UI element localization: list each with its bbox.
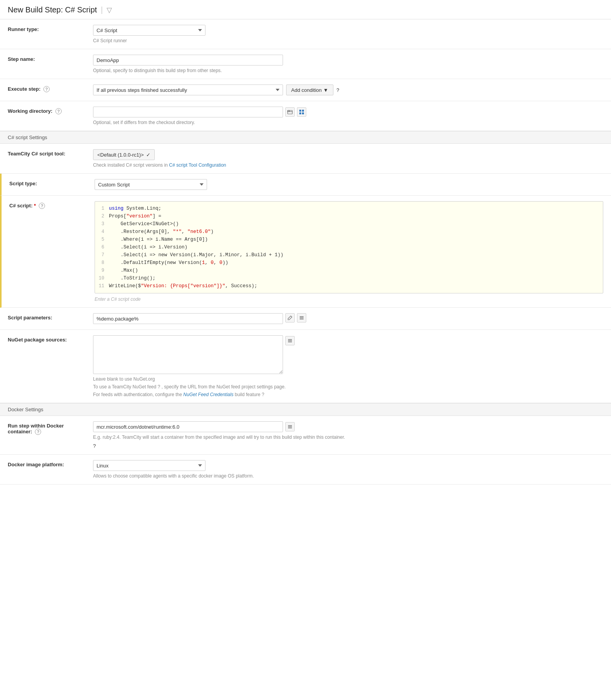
svg-rect-1 xyxy=(288,110,290,112)
runner-type-hint: C# Script runner xyxy=(93,38,603,43)
step-name-content: Optional, specify to distinguish this bu… xyxy=(93,55,603,73)
svg-rect-12 xyxy=(288,425,292,426)
working-dir-help-icon[interactable]: ? xyxy=(55,108,62,114)
docker-settings-header: Docker Settings xyxy=(0,403,611,416)
csharp-script-content: 1 using System.Linq; 2 Props["version"] … xyxy=(95,201,603,302)
svg-rect-4 xyxy=(299,112,301,114)
code-line-2: 2 Props["version"] = xyxy=(95,212,603,220)
execute-step-row: Execute step: ? If all previous steps fi… xyxy=(0,79,611,101)
runner-type-select[interactable]: C# Script xyxy=(93,25,205,36)
script-params-content xyxy=(93,313,603,324)
script-params-controls xyxy=(93,313,603,324)
docker-image-row: Run step within Dockercontainer: ? E.g. … xyxy=(0,416,611,455)
runner-type-label: Runner type: xyxy=(8,25,93,32)
docker-platform-row: Docker image platform: Linux Windows All… xyxy=(0,455,611,484)
form-body: Runner type: C# Script C# Script runner … xyxy=(0,19,611,484)
add-condition-label: Add condition xyxy=(291,87,322,93)
working-dir-content: Optional, set if differs from the checko… xyxy=(93,107,603,125)
docker-platform-content: Linux Windows Allows to choose compatibl… xyxy=(93,460,603,479)
working-dir-input[interactable] xyxy=(93,107,283,117)
nuget-feed-credentials-link[interactable]: NuGet Feed Credentials xyxy=(183,392,233,397)
nuget-hint1: Leave blank to use NuGet.org xyxy=(93,376,603,382)
svg-rect-11 xyxy=(288,342,292,343)
step-name-label: Step name: xyxy=(8,55,93,62)
code-line-10: 10 .ToString(); xyxy=(95,274,603,282)
step-name-row: Step name: Optional, specify to distingu… xyxy=(0,49,611,79)
runner-type-content: C# Script C# Script runner xyxy=(93,25,603,43)
nuget-hint3: For feeds with authentication, configure… xyxy=(93,392,603,397)
script-params-input[interactable] xyxy=(93,313,283,324)
docker-image-hint: E.g. ruby:2.4. TeamCity will start a con… xyxy=(93,434,603,440)
docker-platform-label: Docker image platform: xyxy=(8,460,93,467)
header-divider: | xyxy=(101,5,103,14)
nuget-feed-help-icon[interactable]: ? xyxy=(158,384,161,390)
svg-rect-8 xyxy=(300,319,304,320)
working-dir-row: Working directory: ? Optional, set if di… xyxy=(0,101,611,131)
page-header: New Build Step: C# Script | ▽ xyxy=(0,0,611,19)
nuget-sources-label: NuGet package sources: xyxy=(8,335,93,343)
nuget-hint2: To use a TeamCity NuGet feed ? , specify… xyxy=(93,384,603,390)
script-type-label: Script type: xyxy=(9,179,95,186)
execute-step-help-icon[interactable]: ? xyxy=(43,86,50,92)
code-line-11: 11 WriteLine($"Version: {Props["version"… xyxy=(95,282,603,290)
step-name-hint: Optional, specify to distinguish this bu… xyxy=(93,68,603,73)
code-line-9: 9 .Max() xyxy=(95,267,603,274)
csharp-script-help-icon[interactable]: ? xyxy=(39,203,45,209)
execute-step-content: If all previous steps finished successfu… xyxy=(93,84,603,95)
working-dir-browse-icon[interactable] xyxy=(285,107,295,117)
nuget-sources-textarea[interactable] xyxy=(93,335,283,374)
docker-platform-select[interactable]: Linux Windows xyxy=(93,460,205,471)
svg-rect-0 xyxy=(288,110,292,114)
csharp-script-label: C# script: * ? xyxy=(9,201,95,209)
execute-step-select[interactable]: If all previous steps finished successfu… xyxy=(93,84,283,95)
working-dir-hint: Optional, set if differs from the checko… xyxy=(93,120,603,125)
code-line-6: 6 .Select(i => i.Version) xyxy=(95,243,603,251)
svg-rect-9 xyxy=(288,339,292,340)
teamcity-tool-controls: <Default (1.0.0-rc1)> ✓ xyxy=(93,149,603,160)
teamcity-tool-hint: Check installed C# script versions in C#… xyxy=(93,162,603,168)
runner-type-row: Runner type: C# Script C# Script runner xyxy=(0,19,611,49)
docker-platform-hint: Allows to choose compatible agents with … xyxy=(93,473,603,479)
svg-rect-14 xyxy=(288,428,292,429)
step-name-input[interactable] xyxy=(93,55,283,66)
csharp-script-row: C# script: * ? 1 using System.Linq; 2 Pr… xyxy=(0,196,611,308)
nuget-sources-list-icon[interactable] xyxy=(285,336,295,345)
add-condition-help-icon[interactable]: ? xyxy=(337,87,339,93)
svg-rect-10 xyxy=(288,340,292,341)
nuget-auth-help-icon[interactable]: ? xyxy=(262,392,264,397)
code-line-7: 7 .Select(i => new Version(i.Major, i.Mi… xyxy=(95,251,603,259)
script-type-content: Custom Script xyxy=(95,179,603,190)
csharp-script-required: * xyxy=(34,203,36,209)
code-editor[interactable]: 1 using System.Linq; 2 Props["version"] … xyxy=(95,201,603,293)
docker-image-input[interactable] xyxy=(93,421,283,432)
script-params-list-icon[interactable] xyxy=(297,313,306,322)
docker-image-content: E.g. ruby:2.4. TeamCity will start a con… xyxy=(93,421,603,449)
code-line-1: 1 using System.Linq; xyxy=(95,205,603,212)
svg-rect-5 xyxy=(302,112,304,114)
script-placeholder-hint: Enter a C# script code xyxy=(95,297,603,302)
nuget-sources-row: NuGet package sources: Leave blank to us… xyxy=(0,330,611,403)
svg-rect-13 xyxy=(288,426,292,427)
execute-row-controls: If all previous steps finished successfu… xyxy=(93,84,603,95)
teamcity-tool-select-btn[interactable]: <Default (1.0.0-rc1)> ✓ xyxy=(93,149,155,160)
bookmark-icon[interactable]: ▽ xyxy=(107,6,112,14)
docker-image-hint-help-icon[interactable]: ? xyxy=(93,443,603,449)
teamcity-tool-row: TeamCity C# script tool: <Default (1.0.0… xyxy=(0,144,611,174)
working-dir-vars-icon[interactable] xyxy=(297,107,306,117)
code-line-3: 3 GetService<INuGet>() xyxy=(95,220,603,228)
docker-image-list-icon[interactable] xyxy=(285,422,295,431)
script-params-row: Script parameters: xyxy=(0,308,611,330)
script-type-select[interactable]: Custom Script xyxy=(95,179,207,190)
docker-image-label: Run step within Dockercontainer: ? xyxy=(8,421,93,435)
working-dir-label: Working directory: ? xyxy=(8,107,93,114)
code-line-5: 5 .Where(i => i.Name == Args[0]) xyxy=(95,236,603,243)
script-params-edit-icon[interactable] xyxy=(285,313,295,322)
teamcity-tool-label: TeamCity C# script tool: xyxy=(8,149,93,157)
teamcity-tool-content: <Default (1.0.0-rc1)> ✓ Check installed … xyxy=(93,149,603,168)
svg-rect-6 xyxy=(300,316,304,317)
add-condition-button[interactable]: Add condition ▼ xyxy=(286,84,333,95)
teamcity-tool-link[interactable]: C# script Tool Configuration xyxy=(169,162,226,168)
working-dir-controls xyxy=(93,107,603,117)
code-line-8: 8 .DefaultIfEmpty(new Version(1, 0, 0)) xyxy=(95,259,603,267)
docker-image-help-icon[interactable]: ? xyxy=(35,429,41,435)
